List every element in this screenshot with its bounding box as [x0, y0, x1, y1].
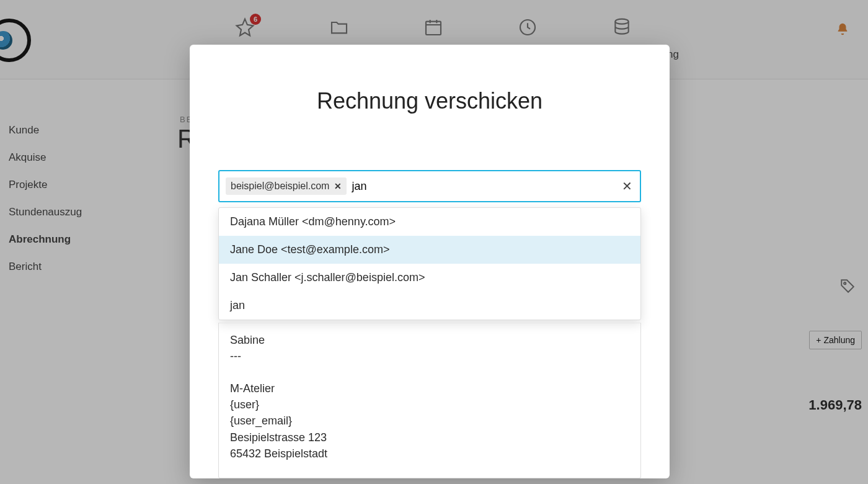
- clear-input-icon[interactable]: ✕: [622, 179, 632, 194]
- send-invoice-modal: Rechnung verschicken beispiel@beispiel.c…: [190, 45, 670, 478]
- autocomplete-item[interactable]: Jan Schaller <j.schaller@beispiel.com>: [219, 264, 640, 292]
- recipient-chip-label: beispiel@beispiel.com: [231, 181, 329, 192]
- remove-chip-icon[interactable]: ✕: [334, 181, 342, 191]
- autocomplete-item[interactable]: Jane Doe <test@example.com>: [219, 236, 640, 264]
- recipient-input[interactable]: [352, 180, 634, 193]
- autocomplete-list: Dajana Müller <dm@henny.com> Jane Doe <t…: [218, 207, 641, 320]
- modal-title: Rechnung verschicken: [190, 88, 670, 114]
- recipient-chip[interactable]: beispiel@beispiel.com ✕: [226, 177, 347, 195]
- email-body-preview[interactable]: Sabine --- M-Atelier {user} {user_email}…: [218, 323, 641, 478]
- autocomplete-item[interactable]: jan: [219, 292, 640, 320]
- autocomplete-item[interactable]: Dajana Müller <dm@henny.com>: [219, 208, 640, 236]
- recipient-field[interactable]: beispiel@beispiel.com ✕ ✕: [218, 170, 641, 202]
